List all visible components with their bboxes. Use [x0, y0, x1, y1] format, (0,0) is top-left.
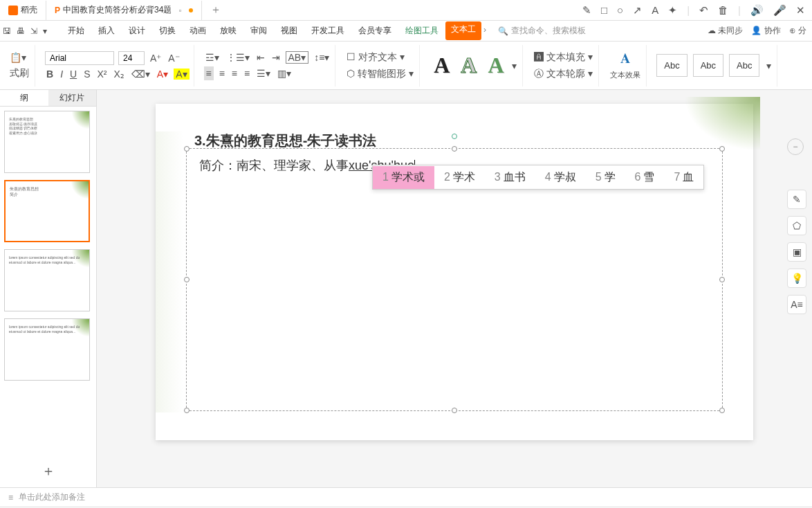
align-justify-icon[interactable]: ≡	[243, 67, 251, 80]
columns-icon[interactable]: ▥▾	[276, 67, 293, 80]
number-list-icon[interactable]: ⋮☰▾	[225, 51, 251, 64]
collab-button[interactable]: 👤 协作	[751, 25, 780, 37]
save-icon[interactable]: 🖫	[3, 26, 11, 36]
shape-more-icon[interactable]: ▾	[765, 60, 773, 72]
trash-icon[interactable]: 🗑	[718, 4, 728, 17]
bold-button[interactable]: B	[45, 68, 55, 80]
outline-tab[interactable]: 纲	[0, 90, 48, 106]
edit-icon[interactable]: ✎	[582, 4, 591, 17]
increase-indent-icon[interactable]: ⇥	[270, 51, 282, 64]
undo-icon[interactable]: ↶	[699, 4, 708, 17]
align-left-icon[interactable]: ≡	[204, 66, 214, 80]
decrease-font-icon[interactable]: A⁻	[167, 52, 181, 64]
speaker-icon[interactable]: 🔊	[750, 4, 764, 17]
bullet-list-icon[interactable]: ☲▾	[204, 51, 221, 64]
shape-style-1[interactable]: Abc	[656, 54, 687, 77]
increase-font-icon[interactable]: A⁺	[149, 52, 163, 64]
ime-candidate-2[interactable]: 2学术	[434, 166, 485, 189]
distribute-icon[interactable]: ☰▾	[255, 67, 272, 80]
wordart-more-icon[interactable]: ▾	[510, 60, 518, 72]
font-family-select[interactable]	[45, 51, 114, 65]
canvas-area[interactable]: 3.朱熹的教育思想-朱子读书法 简介：南宋、理学家、从事xue'shu'huo …	[97, 90, 812, 487]
thumbnail-3[interactable]: lorem ipsum consectetur adipiscing elit …	[4, 249, 90, 311]
wordart-style-3[interactable]: A	[483, 53, 508, 78]
thumbnail-2[interactable]: 朱熹的教育思想简介	[4, 180, 90, 242]
square-icon[interactable]: □	[601, 4, 607, 17]
add-slide-button[interactable]: ＋	[0, 455, 96, 487]
tab-daoke[interactable]: 稻壳	[0, 1, 46, 20]
subscript-button[interactable]: X₂	[112, 68, 125, 80]
print-icon[interactable]: 🖶	[17, 26, 25, 36]
italic-button[interactable]: I	[59, 68, 64, 80]
tab-start[interactable]: 开始	[61, 21, 91, 40]
ime-candidate-4[interactable]: 4学叔	[535, 166, 586, 189]
ime-candidate-7[interactable]: 7血	[664, 166, 703, 189]
sync-status[interactable]: ☁ 未同步	[708, 25, 743, 37]
thumbnail-1[interactable]: 朱熹的教育思想居敬持志 循序渐进熟读精思 切己体察着紧用力 虚心涵泳	[4, 111, 90, 173]
bulb-tool-icon[interactable]: 💡	[787, 269, 806, 288]
tab-view[interactable]: 视图	[274, 21, 304, 40]
smart-shape-button[interactable]: ⬡ 转智能图形 ▾	[345, 67, 415, 81]
tab-text-tools[interactable]: 文本工	[445, 21, 481, 40]
ime-candidate-6[interactable]: 6雪	[625, 166, 665, 189]
tab-menu-icon[interactable]: ▫	[178, 6, 181, 15]
command-search[interactable]: 🔍 查找命令、搜索模板	[498, 25, 586, 37]
notes-bar[interactable]: ≡ 单击此处添加备注	[0, 487, 812, 507]
tab-design[interactable]: 设计	[122, 21, 152, 40]
circle-icon[interactable]: ○	[617, 4, 623, 17]
superscript-button[interactable]: X²	[95, 68, 108, 80]
chevron-right-icon[interactable]: ›	[481, 21, 488, 40]
thumbnail-4[interactable]: lorem ipsum consectetur adipiscing elit …	[4, 318, 90, 381]
pencil-tool-icon[interactable]: ✎	[787, 190, 806, 209]
clear-format-button[interactable]: ⌫▾	[130, 68, 151, 80]
tab-transition[interactable]: 切换	[152, 21, 183, 40]
decrease-indent-icon[interactable]: ⇤	[255, 51, 266, 64]
text-tool-icon[interactable]: A≡	[787, 295, 806, 314]
text-fill-button[interactable]: 🅰 文本填充 ▾	[533, 51, 594, 64]
ime-candidate-bar[interactable]: 1学术或 2学术 3血书 4学叔 5学 6雪 7血	[372, 165, 704, 190]
ime-candidate-3[interactable]: 3血书	[485, 166, 535, 189]
tab-insert[interactable]: 插入	[91, 21, 122, 40]
close-icon[interactable]: ✕	[796, 4, 805, 17]
shape-style-2[interactable]: Abc	[693, 54, 723, 77]
highlight-button[interactable]: A▾	[174, 69, 189, 80]
new-tab-button[interactable]: ＋	[202, 3, 230, 17]
arrow-icon[interactable]: ↗	[633, 4, 642, 17]
text-a-icon[interactable]: A	[652, 4, 658, 17]
align-center-icon[interactable]: ≡	[218, 67, 226, 80]
slide[interactable]: 3.朱熹的教育思想-朱子读书法 简介：南宋、理学家、从事xue'shu'huo	[156, 104, 753, 440]
tab-animation[interactable]: 动画	[183, 21, 213, 40]
font-size-select[interactable]	[118, 51, 145, 65]
shape-tool-icon[interactable]: ⬠	[787, 216, 806, 235]
wordart-style-2[interactable]: A	[456, 53, 481, 78]
align-right-icon[interactable]: ≡	[230, 67, 239, 80]
line-spacing-icon[interactable]: ↕≡▾	[313, 51, 331, 64]
layers-tool-icon[interactable]: ▣	[787, 242, 806, 262]
text-direction-icon[interactable]: AB▾	[286, 51, 309, 64]
strikethrough-button[interactable]: S	[82, 68, 91, 80]
tab-devtools[interactable]: 开发工具	[304, 21, 351, 40]
paste-icon[interactable]: 📋▾	[8, 51, 28, 64]
format-painter[interactable]: 式刷	[8, 66, 30, 80]
align-text-button[interactable]: ☐ 对齐文本 ▾	[345, 51, 406, 64]
slides-tab[interactable]: 幻灯片	[48, 90, 97, 106]
ime-candidate-1[interactable]: 1学术或	[373, 166, 434, 189]
font-color-button[interactable]: A▾	[156, 68, 169, 80]
zoom-out-icon[interactable]: −	[787, 138, 804, 155]
chevron-down-icon[interactable]: ▾	[43, 26, 47, 36]
wordart-style-1[interactable]: A	[430, 53, 454, 78]
tab-document[interactable]: P 中国教育史简答分析必背34题 ▫	[46, 1, 202, 20]
shape-style-3[interactable]: Abc	[729, 54, 759, 77]
share-button[interactable]: ⊕ 分	[789, 25, 806, 37]
text-effect-icon[interactable]: 𝐀	[620, 51, 630, 66]
ime-candidate-5[interactable]: 5学	[586, 166, 625, 189]
underline-button[interactable]: U	[68, 68, 78, 80]
tab-member[interactable]: 会员专享	[351, 21, 398, 40]
mic-icon[interactable]: 🎤	[773, 4, 786, 17]
tab-review[interactable]: 审阅	[243, 21, 274, 40]
tab-drawing-tools[interactable]: 绘图工具	[398, 21, 445, 40]
text-outline-button[interactable]: Ⓐ 文本轮廓 ▾	[533, 67, 594, 81]
export-icon[interactable]: ⇲	[30, 26, 37, 36]
sparkle-icon[interactable]: ✦	[668, 4, 677, 17]
tab-slideshow[interactable]: 放映	[213, 21, 243, 40]
